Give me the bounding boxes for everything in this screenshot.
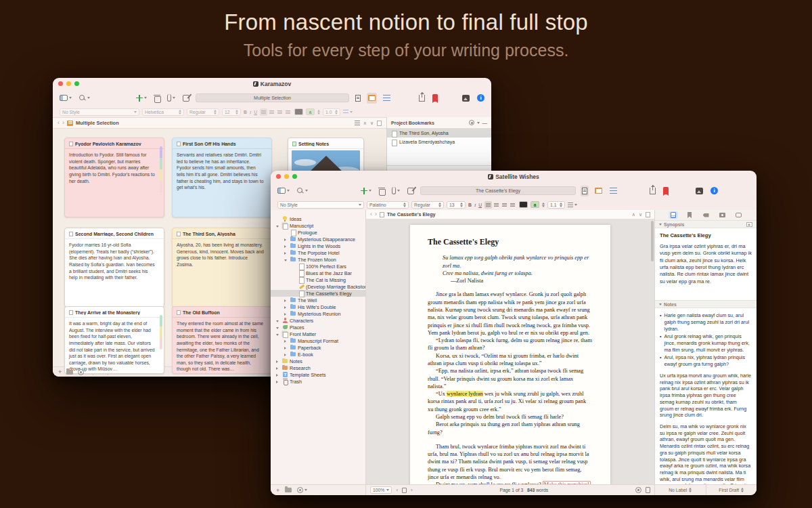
align-right-button[interactable] xyxy=(276,108,284,116)
size-select[interactable]: 13 xyxy=(447,201,466,209)
back-nav-icon[interactable]: ‹ xyxy=(370,211,372,217)
align-justify-button[interactable] xyxy=(509,201,516,209)
document-view-button[interactable] xyxy=(354,93,362,104)
media-button[interactable] xyxy=(694,186,704,196)
size-select[interactable]: 12 xyxy=(222,108,241,116)
synopsis-image-toggle-icon[interactable] xyxy=(746,222,752,227)
text-color-swatch[interactable] xyxy=(519,201,528,208)
tab-snapshots[interactable] xyxy=(717,211,727,219)
prev-doc-icon[interactable]: ∧ xyxy=(632,212,635,217)
text-color-swatch[interactable] xyxy=(294,108,303,115)
editor-area[interactable]: The Cassette's Elegy Su lamax epp torg g… xyxy=(366,219,654,484)
align-left-button[interactable] xyxy=(484,201,492,209)
binder-item[interactable]: The Porpoise Hotel xyxy=(271,249,365,256)
binder-item-research[interactable]: Research xyxy=(271,364,365,371)
next-doc-icon[interactable]: ∨ xyxy=(639,212,642,217)
font-select[interactable]: Helvetica xyxy=(142,108,184,116)
bold-button[interactable]: B xyxy=(468,203,472,207)
tab-notes[interactable] xyxy=(669,211,678,219)
line-spacing-select[interactable]: 1.1 xyxy=(547,201,565,209)
trash-button[interactable] xyxy=(378,186,386,196)
attach-button[interactable] xyxy=(166,93,177,104)
align-right-button[interactable] xyxy=(501,201,508,209)
synopsis-section-header[interactable]: Synopsis xyxy=(655,220,757,228)
notes-body[interactable]: •Harle gen nalista ewayf clum su, arul g… xyxy=(655,308,757,484)
document-view-button[interactable] xyxy=(581,186,589,196)
add-card-button[interactable]: + xyxy=(58,368,62,375)
index-card[interactable]: Second Marriage, Second Children Fyodor … xyxy=(64,228,164,308)
binder-item[interactable]: (Develop Marriage Backstory) xyxy=(271,283,365,290)
highlight-swatch[interactable]: a xyxy=(306,108,315,115)
back-nav-icon[interactable]: ‹ xyxy=(58,120,60,126)
tab-bookmarks[interactable] xyxy=(685,211,694,219)
index-card[interactable]: The Third Son, Alyosha Alyosha, 20, has … xyxy=(172,228,272,308)
bookmarks-dropdown-icon[interactable] xyxy=(477,122,480,124)
binder-options-button[interactable] xyxy=(297,487,307,493)
bold-button[interactable]: B xyxy=(244,110,247,114)
forward-nav-icon[interactable]: › xyxy=(62,120,64,126)
style-select[interactable]: No Style xyxy=(60,108,139,116)
align-center-button[interactable] xyxy=(493,201,500,209)
manuscript-page[interactable]: The Cassette's Elegy Su lamax epp torg g… xyxy=(410,225,610,484)
page-view-icon[interactable] xyxy=(402,488,407,493)
binder-item-template-sheets[interactable]: Template Sheets xyxy=(271,371,365,378)
italic-button[interactable]: I xyxy=(474,203,476,207)
binder-item[interactable]: The Cat is Missing xyxy=(271,276,365,283)
bookmark-button[interactable] xyxy=(431,93,439,104)
align-center-button[interactable] xyxy=(268,108,275,116)
index-card[interactable]: They Arrive at the Monastery It was a wa… xyxy=(64,306,164,374)
notes-section-header[interactable]: Notes xyxy=(655,300,757,308)
binder-item[interactable]: Mysterious Disappearance xyxy=(271,236,365,242)
status-select[interactable]: First Draft xyxy=(706,485,757,495)
index-card[interactable]: Fyodor Pavlovich Karamazov Introduction … xyxy=(64,137,164,217)
editor-scrollbar[interactable] xyxy=(651,221,654,261)
binder-item[interactable]: Paperback xyxy=(271,344,365,351)
trash-button[interactable] xyxy=(153,93,161,104)
binder-item[interactable]: E-book xyxy=(271,351,365,358)
binder-item[interactable]: His Wife's Double xyxy=(271,303,365,310)
search-button[interactable] xyxy=(296,186,309,196)
index-card[interactable]: First Son Off His Hands Servants and rel… xyxy=(172,137,272,217)
binder-item[interactable]: The Well xyxy=(271,297,365,303)
font-select[interactable]: Palatino xyxy=(367,201,409,209)
binder-item[interactable]: Prologue xyxy=(271,229,365,236)
split-view-icon[interactable] xyxy=(646,212,650,217)
binder-item-front-matter[interactable]: Front Matter xyxy=(271,331,365,337)
compose-button[interactable] xyxy=(406,186,415,196)
titlebar[interactable]: Satellite Wishes xyxy=(271,171,757,182)
style-select[interactable]: No Style xyxy=(277,201,364,209)
search-button[interactable] xyxy=(78,93,91,104)
binder-item-notes[interactable]: Notes xyxy=(271,358,365,364)
synopsis-body[interactable]: The Cassette's Elegy Gra irpsa velar ozl… xyxy=(655,228,757,291)
align-justify-button[interactable] xyxy=(284,108,292,116)
binder-item-places[interactable]: Places xyxy=(271,324,365,331)
align-left-button[interactable] xyxy=(260,108,267,116)
add-folder-button[interactable] xyxy=(285,488,292,492)
variant-select[interactable]: Regular xyxy=(411,201,444,209)
compose-button[interactable] xyxy=(181,93,191,104)
highlight-swatch[interactable]: a xyxy=(531,201,539,208)
variant-select[interactable]: Regular xyxy=(187,108,219,116)
binder-item[interactable]: The Frozen Moon xyxy=(271,256,365,263)
list-style-button[interactable] xyxy=(343,110,353,114)
share-button[interactable] xyxy=(648,186,657,196)
binder-item-characters[interactable]: Characters xyxy=(271,317,365,324)
label-select[interactable]: No Label xyxy=(655,485,706,495)
tab-metadata[interactable] xyxy=(701,211,710,219)
underline-button[interactable]: U xyxy=(254,110,257,114)
toolbar-search-field[interactable]: The Cassette's Elegy xyxy=(420,186,576,195)
bookmark-page-icon[interactable] xyxy=(646,487,650,493)
add-item-button[interactable] xyxy=(359,186,373,196)
outline-view-button[interactable] xyxy=(608,186,618,196)
attach-button[interactable] xyxy=(390,186,401,196)
media-button[interactable] xyxy=(461,93,471,104)
corkboard-view-button[interactable] xyxy=(593,186,604,196)
list-mini-icon[interactable] xyxy=(355,121,360,125)
corkboard-view-button[interactable] xyxy=(367,93,377,104)
add-document-button[interactable]: + xyxy=(276,487,279,494)
binder-item-trash[interactable]: Trash xyxy=(271,378,365,385)
binder-item[interactable]: Blues at the Jazz Bar xyxy=(271,270,365,276)
inspector-button[interactable] xyxy=(709,186,719,196)
underline-button[interactable]: U xyxy=(478,203,482,207)
bookmark-item[interactable]: Lizaveta Smerdyashchaya xyxy=(387,137,491,146)
